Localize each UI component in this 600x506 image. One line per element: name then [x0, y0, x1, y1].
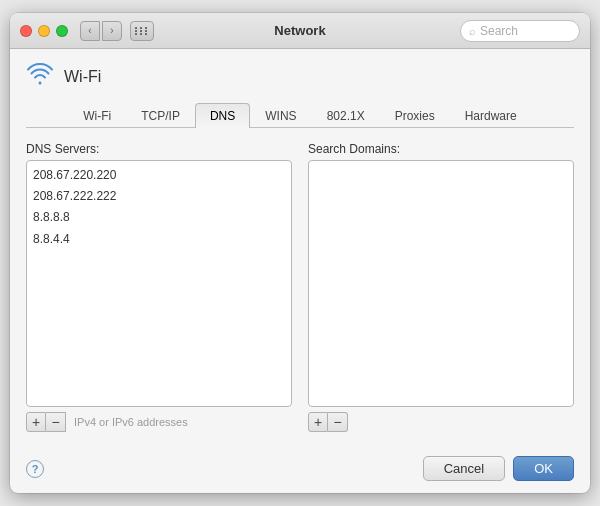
- window-title: Network: [274, 23, 325, 38]
- dns-controls: + − IPv4 or IPv6 addresses: [26, 412, 292, 432]
- title-bar: ‹ › Network ⌕ Search: [10, 13, 590, 49]
- content-area: Wi-Fi Wi-Fi TCP/IP DNS WINS 802.1X Proxi…: [10, 49, 590, 446]
- nav-buttons: ‹ ›: [80, 21, 122, 41]
- dns-placeholder: IPv4 or IPv6 addresses: [74, 416, 188, 428]
- ok-button[interactable]: OK: [513, 456, 574, 481]
- tab-proxies[interactable]: Proxies: [380, 103, 450, 128]
- tab-wins[interactable]: WINS: [250, 103, 311, 128]
- action-buttons: Cancel OK: [423, 456, 574, 481]
- panels: DNS Servers: 208.67.220.220208.67.222.22…: [26, 142, 574, 432]
- grid-icon: [135, 27, 149, 35]
- dns-entry: 8.8.8.8: [31, 207, 287, 228]
- tab-wifi[interactable]: Wi-Fi: [68, 103, 126, 128]
- close-button[interactable]: [20, 25, 32, 37]
- back-button[interactable]: ‹: [80, 21, 100, 41]
- wifi-header: Wi-Fi: [26, 63, 574, 91]
- search-box[interactable]: ⌕ Search: [460, 20, 580, 42]
- traffic-lights: [20, 25, 68, 37]
- tab-8021x[interactable]: 802.1X: [312, 103, 380, 128]
- dns-entry: 208.67.222.222: [31, 186, 287, 207]
- dns-remove-button[interactable]: −: [46, 412, 66, 432]
- dns-entry: 208.67.220.220: [31, 165, 287, 186]
- wifi-icon: [26, 63, 54, 91]
- search-domains-list[interactable]: [308, 160, 574, 407]
- forward-button[interactable]: ›: [102, 21, 122, 41]
- tab-tcpip[interactable]: TCP/IP: [126, 103, 195, 128]
- network-window: ‹ › Network ⌕ Search: [10, 13, 590, 493]
- search-placeholder: Search: [480, 24, 518, 38]
- maximize-button[interactable]: [56, 25, 68, 37]
- search-domains-label: Search Domains:: [308, 142, 574, 156]
- search-icon: ⌕: [469, 25, 476, 37]
- dns-add-button[interactable]: +: [26, 412, 46, 432]
- help-button[interactable]: ?: [26, 460, 44, 478]
- dns-entry: 8.8.4.4: [31, 229, 287, 250]
- tab-hardware[interactable]: Hardware: [450, 103, 532, 128]
- tabs-container: Wi-Fi TCP/IP DNS WINS 802.1X Proxies Har…: [26, 103, 574, 128]
- dns-servers-label: DNS Servers:: [26, 142, 292, 156]
- search-domains-controls: + −: [308, 412, 574, 432]
- search-domains-panel: Search Domains: + −: [308, 142, 574, 432]
- bottom-bar: ? Cancel OK: [10, 446, 590, 493]
- tab-dns[interactable]: DNS: [195, 103, 250, 128]
- search-domains-add-button[interactable]: +: [308, 412, 328, 432]
- dns-servers-panel: DNS Servers: 208.67.220.220208.67.222.22…: [26, 142, 292, 432]
- search-domains-remove-button[interactable]: −: [328, 412, 348, 432]
- grid-button[interactable]: [130, 21, 154, 41]
- dns-servers-list[interactable]: 208.67.220.220208.67.222.2228.8.8.88.8.4…: [26, 160, 292, 407]
- minimize-button[interactable]: [38, 25, 50, 37]
- wifi-label: Wi-Fi: [64, 68, 101, 86]
- cancel-button[interactable]: Cancel: [423, 456, 505, 481]
